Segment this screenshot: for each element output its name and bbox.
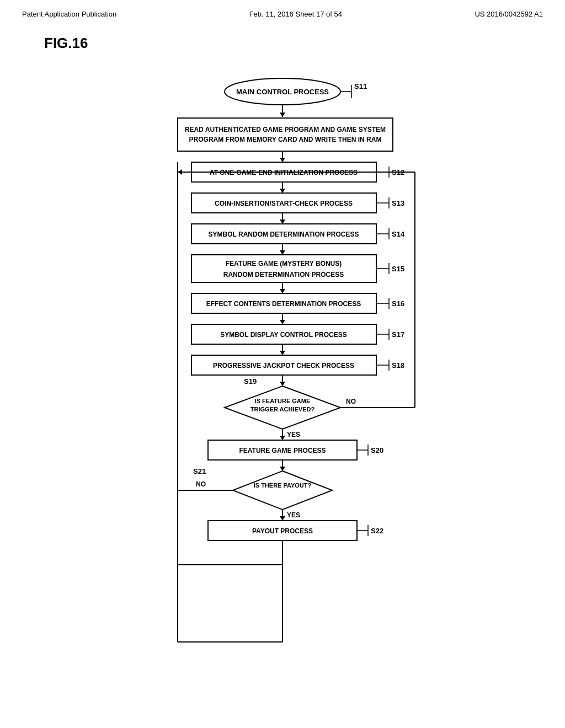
svg-marker-5: [280, 158, 285, 162]
svg-marker-34: [280, 382, 285, 386]
figure-label: FIG.16: [0, 18, 565, 63]
page-header: Patent Application Publication Feb. 11, …: [0, 0, 565, 18]
header-right: US 2016/0042592 A1: [475, 10, 543, 18]
s22-text: PAYOUT PROCESS: [252, 527, 313, 535]
s14-text: SYMBOL RANDOM DETERMINATION PROCESS: [209, 231, 359, 238]
s15-label: S15: [392, 265, 404, 273]
s19-label: S19: [244, 377, 257, 386]
s21-yes-label: YES: [287, 511, 300, 519]
svg-marker-38: [178, 169, 182, 175]
s17-label: S17: [392, 330, 404, 339]
s21-text-line1: IS THERE PAYOUT?: [254, 482, 312, 489]
s13-label: S13: [392, 199, 404, 207]
s16-text: EFFECT CONTENTS DETERMINATION PROCESS: [206, 300, 361, 308]
s18-text: PROGRESSIVE JACKPOT CHECK PROCESS: [213, 362, 354, 370]
flowchart-svg: MAIN CONTROL PROCESS S11 READ AUTHENTICA…: [89, 68, 476, 703]
read-ram-node: [178, 118, 393, 151]
s15-text-line1: FEATURE GAME (MYSTERY BONUS): [226, 260, 342, 267]
s14-label: S14: [392, 230, 405, 238]
s22-label: S22: [371, 527, 383, 535]
read-ram-line1: READ AUTHENTICATED GAME PROGRAM AND GAME…: [185, 126, 386, 133]
s21-no-label: NO: [196, 480, 206, 488]
header-middle: Feb. 11, 2016 Sheet 17 of 54: [249, 10, 342, 18]
s11-label: S11: [354, 82, 367, 90]
s13-text: COIN-INSERTION/START-CHECK PROCESS: [215, 200, 353, 207]
s19-no-label: NO: [346, 398, 356, 405]
s19-text-line2: TRIGGER ACHIEVED?: [250, 406, 315, 413]
s21-label: S21: [193, 467, 206, 475]
s20-text: FEATURE GAME PROCESS: [239, 447, 326, 454]
svg-marker-10: [280, 189, 285, 193]
s21-diamond: [233, 471, 332, 510]
svg-marker-14: [280, 220, 285, 224]
read-ram-line2: PROGRAM FROM MEMORY CARD AND WRITE THEN …: [189, 136, 382, 143]
svg-marker-30: [280, 351, 285, 355]
start-label: MAIN CONTROL PROCESS: [236, 88, 329, 96]
s16-label: S16: [392, 299, 404, 308]
svg-marker-3: [280, 113, 285, 117]
s17-text: SYMBOL DISPLAY CONTROL PROCESS: [220, 331, 347, 339]
svg-marker-22: [280, 289, 285, 293]
s18-label: S18: [392, 361, 404, 370]
header-left: Patent Application Publication: [22, 10, 116, 18]
flowchart-diagram: MAIN CONTROL PROCESS S11 READ AUTHENTICA…: [0, 63, 565, 703]
svg-marker-47: [280, 516, 285, 521]
svg-marker-18: [280, 250, 285, 255]
s19-yes-label: YES: [287, 431, 300, 438]
svg-marker-40: [280, 436, 285, 440]
s20-label: S20: [371, 446, 383, 454]
svg-marker-44: [280, 467, 285, 471]
s15-text-line2: RANDOM DETERMINATION PROCESS: [223, 271, 344, 279]
s19-text-line1: IS FEATURE GAME: [255, 398, 311, 404]
svg-marker-26: [280, 320, 285, 324]
